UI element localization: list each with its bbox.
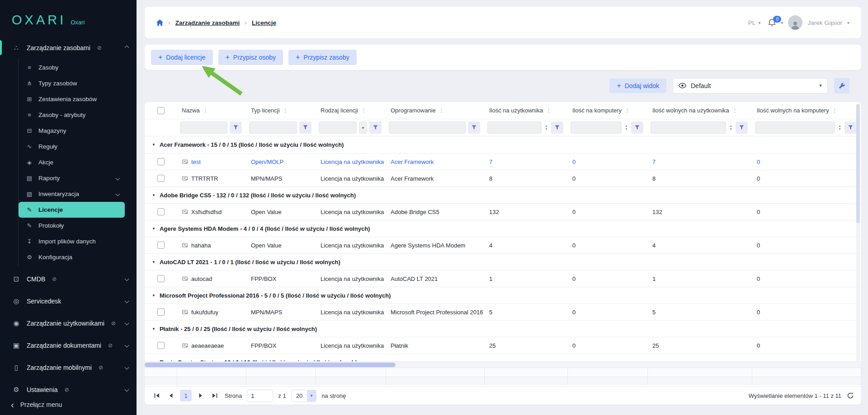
filter-button-ilość-na-użytkownika[interactable]: [551, 121, 563, 134]
sidebar-item-raporty[interactable]: ▤Raporty: [19, 170, 125, 186]
collapse-group-icon[interactable]: ▼: [152, 327, 156, 331]
add-view-button[interactable]: + Dodaj widok: [609, 79, 666, 93]
prev-page-button[interactable]: [166, 391, 176, 401]
sidebar-item-zarządzanie-mobilnymi[interactable]: ▯Zarządzanie mobilnymi⊘: [0, 356, 137, 378]
assign-people-button[interactable]: + Przypisz osoby: [218, 50, 283, 65]
notifications-caret-icon[interactable]: ▾: [781, 20, 783, 25]
group-row-adobe-bridge-cs5[interactable]: ▼Adobe Bridge CS5 - 132 / 0 / 132 (Ilość…: [145, 187, 861, 203]
breadcrumb-licencje[interactable]: Licencje: [252, 19, 276, 26]
collapse-group-icon[interactable]: ▼: [152, 193, 156, 197]
table-settings-button[interactable]: [834, 78, 849, 93]
sidebar-item-cmdb[interactable]: ⊡CMDB⊘: [0, 268, 137, 290]
table-row-xsfsdfsdfsd[interactable]: XsfsdfsdfsdOpen ValueLicencja na użytkow…: [145, 203, 861, 220]
table-row-aeaeaeaeae[interactable]: aeaeaeaeaeFPP/BOXLicencja na użytkownika…: [145, 337, 861, 354]
language-selector[interactable]: PL ▾: [748, 19, 761, 26]
sidebar-item-typy-zasobów[interactable]: ⋔Typy zasobów: [19, 75, 125, 91]
filter-button-ilość-na-komputery[interactable]: [631, 121, 643, 134]
filter-input-nazwa[interactable]: [180, 121, 227, 134]
filter-button-typ-licencji[interactable]: [299, 121, 311, 134]
view-select[interactable]: Default ▾: [673, 78, 828, 93]
filter-button-ilość-wolnych-na-użytkownika[interactable]: [736, 121, 748, 134]
license-name-link[interactable]: test: [191, 159, 201, 165]
column-menu-icon[interactable]: ⋮: [203, 107, 208, 114]
vertical-scrollbar[interactable]: [856, 103, 860, 362]
license-name-link[interactable]: hahaha: [191, 242, 211, 249]
row-checkbox[interactable]: [157, 275, 165, 282]
row-checkbox[interactable]: [157, 342, 165, 349]
breadcrumb-zarzadzanie-zasobami[interactable]: Zarządzanie zasobami: [175, 19, 240, 26]
menu-toggle-button[interactable]: ‹ Przełącz menu: [0, 394, 137, 415]
filter-input-ilość-wolnych-na-użytkownika[interactable]: [651, 121, 726, 134]
sidebar-item-inwentaryzacja[interactable]: ▧Inwentaryzacja: [19, 186, 125, 202]
spinner-icon[interactable]: ▲▼: [728, 125, 733, 131]
collapse-group-icon[interactable]: ▼: [152, 143, 156, 147]
page-1-button[interactable]: 1: [180, 390, 192, 401]
page-input[interactable]: [247, 390, 273, 402]
license-name-link[interactable]: Xsfsdfsdfsd: [191, 209, 222, 215]
column-menu-icon[interactable]: ⋮: [732, 107, 738, 114]
sidebar-item-reguły[interactable]: ∿Reguły: [19, 139, 125, 154]
sidebar-item-konfiguracja[interactable]: ⚙Konfiguracja: [19, 249, 125, 265]
filter-input-ilość-na-komputery[interactable]: [571, 121, 622, 134]
column-menu-icon[interactable]: ⋮: [624, 107, 630, 114]
sidebar-item-zestawienia-zasobów[interactable]: ⊞Zestawienia zasobów: [19, 91, 125, 107]
spinner-icon[interactable]: ▲▼: [837, 125, 842, 131]
license-name-link[interactable]: aeaeaeaeae: [191, 342, 224, 349]
row-checkbox[interactable]: [157, 308, 165, 316]
notifications-button[interactable]: 0: [768, 19, 776, 27]
group-row-autocad-lt-2021[interactable]: ▼AutoCAD LT 2021 - 1 / 0 / 1 (Ilość / Il…: [145, 253, 861, 270]
table-row-hahaha[interactable]: hahahaOpen ValueLicencja na użytkownikaA…: [145, 237, 861, 253]
column-menu-icon[interactable]: ⋮: [283, 107, 288, 114]
row-checkbox[interactable]: [157, 242, 165, 249]
add-license-button[interactable]: + Dodaj licencje: [151, 50, 213, 65]
sidebar-item-zarządzanie-użytkownikami[interactable]: ◉Zarządzanie użytkownikami⊘: [0, 312, 137, 334]
filter-input-ilość-na-użytkownika[interactable]: [487, 121, 542, 134]
user-menu-caret-icon[interactable]: ▾: [847, 20, 849, 25]
sidebar-item-import-plików-danych[interactable]: ↧Import plików danych: [19, 233, 125, 249]
table-row-test[interactable]: testOpen/MOLPLicencja na użytkownikaAcer…: [145, 153, 861, 170]
group-row-agere-systems-hda-modem[interactable]: ▼Agere Systems HDA Modem - 4 / 0 / 4 (Il…: [145, 220, 861, 237]
license-name-link[interactable]: TTRTRTR: [191, 175, 218, 182]
collapse-group-icon[interactable]: ▼: [152, 260, 156, 264]
sidebar-item-zasoby-atrybuty[interactable]: ≡Zasoby - atrybuty: [19, 107, 125, 123]
sidebar-item-magazyny[interactable]: ⊟Magazyny: [19, 123, 125, 139]
sidebar-item-ustawienia[interactable]: ⚙Ustawienia⊘: [0, 378, 137, 394]
vertical-scrollbar-thumb[interactable]: [856, 104, 860, 223]
table-row-ttrtrtr[interactable]: TTRTRTRMPN/MAPSLicencja na użytkownikaAc…: [145, 170, 861, 187]
row-checkbox[interactable]: [157, 158, 165, 165]
filter-input-rodzaj-licencji[interactable]: [319, 121, 357, 134]
license-name-link[interactable]: autocad: [191, 275, 212, 282]
filter-button-oprogramowanie[interactable]: [468, 121, 480, 134]
collapse-group-icon[interactable]: ▼: [152, 294, 156, 298]
horizontal-scrollbar[interactable]: [145, 361, 861, 368]
sidebar-item-licencje[interactable]: ✎Licencje: [19, 202, 125, 218]
last-page-button[interactable]: [210, 391, 220, 401]
column-menu-icon[interactable]: ⋮: [546, 107, 552, 114]
spinner-icon[interactable]: ▲▼: [544, 125, 549, 131]
column-menu-icon[interactable]: ⋮: [439, 107, 444, 114]
sidebar-item-akcje[interactable]: ◈Akcje: [19, 154, 125, 170]
table-row-fukufdufuy[interactable]: fukufdufuyMPN/MAPSLicencja na użytkownik…: [145, 303, 861, 320]
column-menu-icon[interactable]: ⋮: [361, 107, 367, 114]
group-row-płatnik[interactable]: ▼Płatnik - 25 / 0 / 25 (Ilość / Ilość w …: [145, 320, 861, 337]
refresh-button[interactable]: [847, 392, 854, 399]
table-row-autocad[interactable]: autocadFPP/BOXLicencja na użytkownikaAut…: [145, 270, 861, 287]
sidebar-item-zarządzanie-zasobami[interactable]: ∴Zarządzanie zasobami⊘: [0, 37, 137, 59]
select-all-checkbox[interactable]: [157, 107, 165, 114]
column-menu-icon[interactable]: ⋮: [832, 107, 838, 114]
license-name-link[interactable]: fukufdufuy: [191, 309, 218, 316]
sidebar-item-zarządzanie-dokumentami[interactable]: ▣Zarządzanie dokumentami⊘: [0, 334, 137, 356]
sidebar-item-zasoby[interactable]: ≡Zasoby: [19, 60, 125, 75]
home-icon[interactable]: [156, 19, 163, 26]
filter-input-typ-licencji[interactable]: [249, 121, 297, 134]
group-row-acer-framework[interactable]: ▼Acer Framework - 15 / 0 / 15 (Ilość / I…: [145, 136, 861, 153]
avatar[interactable]: [788, 15, 802, 30]
sidebar-item-protokoły[interactable]: ✎Protokoły: [19, 218, 125, 233]
horizontal-scrollbar-thumb[interactable]: [145, 363, 396, 367]
filter-input-oprogramowanie[interactable]: [389, 121, 466, 134]
filter-input-ilość-wolnych-na-komputery[interactable]: [755, 121, 835, 134]
filter-button-nazwa[interactable]: [230, 121, 242, 134]
spinner-icon[interactable]: ▲▼: [624, 125, 629, 131]
first-page-button[interactable]: [152, 391, 162, 401]
sidebar-item-servicedesk[interactable]: ◎Servicedesk: [0, 290, 137, 312]
